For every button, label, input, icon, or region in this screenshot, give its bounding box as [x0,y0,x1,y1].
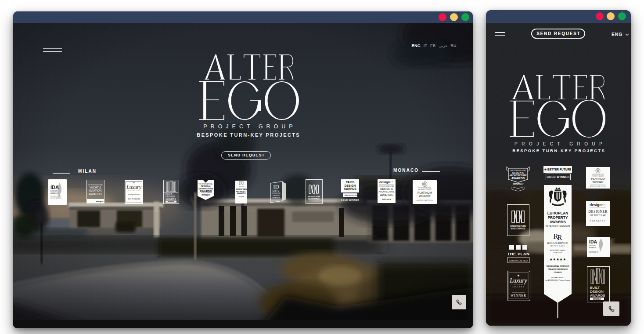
svg-text:ARCHITECTURAL DESIGN: ARCHITECTURAL DESIGN [590,185,606,187]
svg-text:Luxury: Luxury [509,277,527,284]
svg-text:AWARDS: AWARDS [272,196,280,199]
svg-text:DESIGN &: DESIGN & [380,188,393,190]
svg-text:EUROPEAN: EUROPEAN [547,211,568,215]
svg-text:AWARDS: AWARDS [512,286,525,288]
svg-text:RESIDENTIAL INTERIOR: RESIDENTIAL INTERIOR [547,265,569,267]
svg-text:AWARDS: AWARDS [589,247,597,249]
svg-text:BETTER FUTURE: BETTER FUTURE [346,195,358,196]
svg-text:WINNER: WINNER [127,197,140,200]
svg-text:PROPERTY AWARDS: PROPERTY AWARDS [418,189,431,191]
svg-text:DESIGN: DESIGN [345,184,356,187]
svg-text:WINNER: WINNER [419,195,431,198]
svg-text:et al: et al [602,203,605,206]
svg-text:ARCHITECTURE: ARCHITECTURE [510,225,526,227]
svg-text:by ALTER EGO Project Group: by ALTER EGO Project Group [545,279,570,281]
svg-text:WINNER: WINNER [238,196,244,198]
svg-text:WINNER: WINNER [168,201,174,203]
svg-text:★★★★★: ★★★★★ [239,186,244,187]
svg-text:FRANCE: FRANCE [554,271,561,273]
svg-text:ARCHITECTURE: ARCHITECTURE [379,191,395,193]
svg-text:et al: et al [390,181,393,183]
svg-text:WINNER: WINNER [272,200,280,201]
svg-text:WINNER: WINNER [382,198,391,200]
svg-text:DESIGN AWARDS: DESIGN AWARDS [50,197,61,199]
svg-text:WINNER: WINNER [589,251,598,253]
svg-text:IDA: IDA [589,239,597,244]
svg-text:AWARDS: AWARDS [50,192,58,194]
svg-text:PROPERTY AWARDS: PROPERTY AWARDS [592,175,604,177]
svg-text:PLATINUM: PLATINUM [591,177,605,180]
svg-text:LIFESTYLE: LIFESTYLE [128,190,140,192]
svg-text:AUTHORISED DEALER: AUTHORISED DEALER [550,250,565,251]
svg-text:OF THE YEAR: OF THE YEAR [590,214,606,217]
svg-text:AWARDS: AWARDS [89,192,102,196]
svg-text:design: design [379,180,390,184]
svg-text:WINNER: WINNER [592,180,604,183]
svg-text:WINNER: WINNER [513,182,524,185]
svg-text:AWARDS: AWARDS [199,190,212,193]
svg-text:VILLA D'ESTE: VILLA D'ESTE [553,252,562,254]
svg-text:♚: ♚ [133,182,135,184]
svg-text:MASTERPRIZE: MASTERPRIZE [511,228,525,230]
svg-text:AWARDS: AWARDS [237,192,245,195]
svg-text:designer: designer [96,200,104,203]
svg-text:THE INTERNATIONAL: THE INTERNATIONAL [379,185,394,187]
svg-text:WINNER: WINNER [593,298,601,300]
svg-text:ARCHITECTURAL DESIGN: ARCHITECTURAL DESIGN [417,200,433,202]
svg-text:DESIGN: DESIGN [590,290,604,294]
svg-text:DESIGN: DESIGN [589,245,596,247]
svg-text:AWARDS: AWARDS [511,177,525,180]
svg-text:♛: ♛ [240,182,242,184]
svg-text:ROLLS-ROYCE: ROLLS-ROYCE [547,241,568,244]
svg-text:MOTOR CARS: MOTOR CARS [550,245,565,247]
svg-text:WINNER: WINNER [201,194,210,196]
svg-text:Luxury: Luxury [126,184,142,190]
svg-text:★★★★★: ★★★★★ [549,257,566,261]
svg-text:INTERIOR DESIGN: INTERIOR DESIGN [546,225,570,227]
svg-text:design: design [590,203,601,207]
svg-text:PROPERTY: PROPERTY [547,215,568,220]
svg-text:AWARDS: AWARDS [344,187,357,190]
svg-text:YACHT &: YACHT & [89,186,101,189]
svg-text:R: R [557,233,562,242]
svg-text:♚: ♚ [517,274,519,277]
svg-text:WINNER: WINNER [511,294,526,298]
svg-text:MASTERPRIZE: MASTERPRIZE [308,198,320,200]
svg-text:IDA: IDA [50,185,59,190]
svg-text:PRIVATE RESIDENCE: PRIVATE RESIDENCE [548,268,568,270]
svg-text:AWARDS: AWARDS [380,193,393,196]
svg-text:SBID: SBID [273,190,280,192]
svg-text:DESIGNER: DESIGNER [588,210,608,214]
svg-text:ARCHITECTURE: ARCHITECTURE [308,196,320,198]
svg-text:PARIS: PARIS [346,181,355,184]
svg-text:THE PLAN: THE PLAN [507,251,530,256]
svg-text:AWARDS: AWARDS [550,220,566,224]
svg-text:AWARDS: AWARDS [590,294,605,298]
svg-text:AVIATION: AVIATION [89,189,102,192]
svg-text:PLATINUM: PLATINUM [417,191,432,194]
svg-text:THE INTERNATIONAL: THE INTERNATIONAL [198,183,213,185]
svg-text:BUILT: BUILT [590,286,600,290]
svg-text:SHORTLISTED: SHORTLISTED [509,259,528,262]
svg-text:AWARDS: AWARDS [165,198,176,200]
svg-text:FINALIST: FINALIST [590,219,606,222]
svg-text:GOLD WINNER: GOLD WINNER [341,199,359,201]
svg-text:OISEAU BLEU: OISEAU BLEU [551,276,564,279]
svg-text:ID: ID [273,183,279,190]
